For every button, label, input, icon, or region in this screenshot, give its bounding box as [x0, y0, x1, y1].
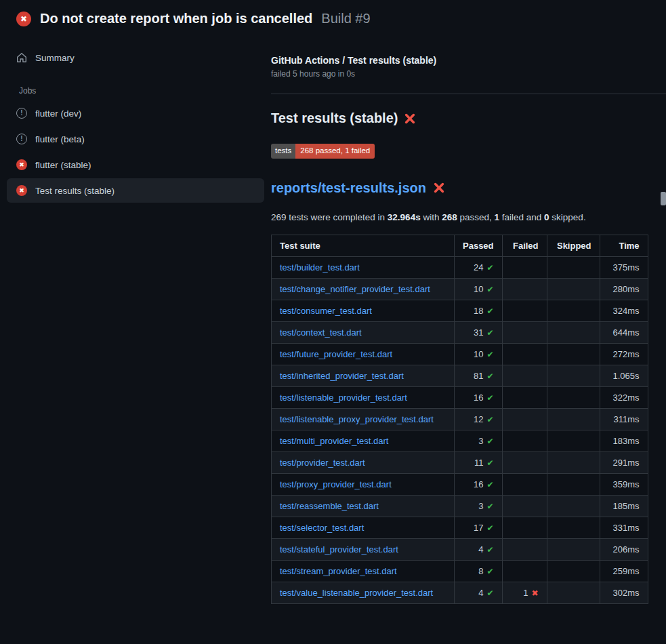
summary-text: 269 tests were completed in — [271, 212, 388, 222]
skipped-cell — [547, 365, 600, 386]
suite-cell: test/stateful_provider_test.dart — [272, 538, 455, 560]
breadcrumb: GitHub Actions / Test results (stable) — [271, 55, 666, 66]
time-cell: 183ms — [600, 430, 648, 451]
failed-cell — [502, 300, 547, 321]
test-suite-link[interactable]: test/consumer_test.dart — [280, 306, 372, 316]
time-cell: 375ms — [600, 256, 648, 278]
failed-cell — [502, 256, 547, 278]
table-row: test/inherited_provider_test.dart81✔1.06… — [272, 365, 648, 386]
table-row: test/listenable_provider_test.dart16✔322… — [272, 386, 648, 408]
summary-text: with — [421, 212, 442, 222]
summary-skipped-count: 0 — [544, 212, 549, 222]
passed-cell: 24✔ — [455, 256, 503, 278]
sidebar-item-label: Summary — [35, 53, 75, 63]
suite-cell: test/future_provider_test.dart — [272, 343, 455, 365]
failed-cell — [502, 386, 547, 408]
suite-cell: test/inherited_provider_test.dart — [272, 365, 455, 386]
test-suite-link[interactable]: test/change_notifier_provider_test.dart — [280, 284, 430, 294]
test-suite-link[interactable]: test/listenable_provider_test.dart — [280, 393, 407, 403]
skipped-cell — [547, 473, 600, 495]
sidebar-item-flutter-beta[interactable]: ! flutter (beta) — [7, 127, 264, 151]
count: 4 — [478, 588, 483, 598]
time-cell: 280ms — [600, 278, 648, 300]
time-cell: 324ms — [600, 300, 648, 321]
failed-cell — [502, 517, 547, 538]
test-suite-link[interactable]: test/value_listenable_provider_test.dart — [280, 588, 433, 598]
sidebar-item-flutter-stable[interactable]: ✖ flutter (stable) — [7, 153, 264, 177]
passed-cell: 3✔ — [455, 430, 503, 451]
neutral-status-icon: ! — [16, 108, 27, 119]
sidebar-item-test-results-stable[interactable]: ✖ Test results (stable) — [7, 178, 264, 203]
time-cell: 185ms — [600, 495, 648, 517]
failed-x-icon — [433, 182, 445, 194]
skipped-cell — [547, 408, 600, 430]
check-icon: ✔ — [486, 285, 493, 294]
table-row: test/stream_provider_test.dart8✔259ms — [272, 560, 648, 582]
check-icon: ✔ — [486, 502, 493, 511]
table-row: test/value_listenable_provider_test.dart… — [272, 582, 648, 603]
summary-text: failed and — [499, 212, 544, 222]
passed-cell: 18✔ — [455, 300, 503, 321]
passed-cell: 10✔ — [455, 278, 503, 300]
time-cell: 322ms — [600, 386, 648, 408]
column-header-time: Time — [600, 235, 648, 256]
check-icon: ✔ — [486, 567, 493, 576]
test-suite-link[interactable]: test/future_provider_test.dart — [280, 349, 392, 359]
check-icon: ✔ — [486, 523, 493, 533]
tests-summary: 269 tests were completed in 32.964s with… — [271, 212, 666, 222]
test-suite-link[interactable]: test/reassemble_test.dart — [280, 501, 379, 511]
check-icon: ✔ — [486, 480, 493, 489]
skipped-cell — [547, 430, 600, 451]
table-row: test/future_provider_test.dart10✔272ms — [272, 343, 648, 365]
test-suite-link[interactable]: test/selector_test.dart — [280, 523, 364, 533]
count: 10 — [474, 284, 483, 294]
home-icon — [16, 52, 27, 63]
suite-cell: test/value_listenable_provider_test.dart — [272, 582, 455, 603]
table-row: test/proxy_provider_test.dart16✔359ms — [272, 473, 648, 495]
test-suite-link[interactable]: test/proxy_provider_test.dart — [280, 479, 392, 489]
scrollbar-thumb[interactable] — [661, 192, 666, 205]
test-suite-link[interactable]: test/stateful_provider_test.dart — [280, 544, 398, 555]
time-cell: 272ms — [600, 343, 648, 365]
sidebar-item-flutter-dev[interactable]: ! flutter (dev) — [7, 101, 264, 125]
build-number: Build #9 — [321, 11, 370, 26]
failed-cell — [502, 538, 547, 560]
sidebar-item-label: flutter (stable) — [35, 160, 91, 170]
skipped-cell — [547, 300, 600, 321]
sidebar-item-label: flutter (dev) — [35, 108, 81, 119]
test-suite-link[interactable]: test/inherited_provider_test.dart — [280, 371, 404, 381]
check-icon: ✔ — [486, 588, 493, 598]
passed-cell: 4✔ — [455, 538, 503, 560]
passed-cell: 4✔ — [455, 582, 503, 603]
count: 8 — [478, 566, 483, 576]
test-suite-link[interactable]: test/stream_provider_test.dart — [280, 566, 397, 576]
report-file-link[interactable]: reports/test-results.json — [271, 180, 426, 196]
time-cell: 291ms — [600, 451, 648, 473]
summary-failed-count: 1 — [495, 212, 500, 222]
summary-passed-count: 268 — [442, 212, 457, 222]
test-suite-link[interactable]: test/listenable_proxy_provider_test.dart — [280, 414, 434, 424]
table-row: test/builder_test.dart24✔375ms — [272, 256, 648, 278]
test-suite-link[interactable]: test/multi_provider_test.dart — [280, 436, 388, 446]
page-layout: Summary Jobs ! flutter (dev) ! flutter (… — [0, 35, 666, 604]
test-suite-link[interactable]: test/context_test.dart — [280, 327, 362, 338]
check-icon: ✔ — [486, 545, 493, 555]
count: 17 — [474, 523, 483, 533]
suite-cell: test/builder_test.dart — [272, 256, 455, 278]
run-meta: failed 5 hours ago in 0s — [271, 69, 666, 79]
passed-cell: 16✔ — [455, 386, 503, 408]
suite-cell: test/context_test.dart — [272, 321, 455, 343]
check-icon: ✔ — [486, 371, 493, 381]
test-suite-link[interactable]: test/provider_test.dart — [280, 458, 365, 468]
table-row: test/selector_test.dart17✔331ms — [272, 517, 648, 538]
passed-cell: 16✔ — [455, 473, 503, 495]
time-cell: 302ms — [600, 582, 648, 603]
table-row: test/stateful_provider_test.dart4✔206ms — [272, 538, 648, 560]
passed-cell: 8✔ — [455, 560, 503, 582]
sidebar-item-summary[interactable]: Summary — [7, 45, 264, 70]
skipped-cell — [547, 321, 600, 343]
count: 11 — [474, 458, 484, 468]
test-suite-link[interactable]: test/builder_test.dart — [280, 262, 360, 273]
skipped-cell — [547, 256, 600, 278]
count: 16 — [474, 479, 483, 489]
